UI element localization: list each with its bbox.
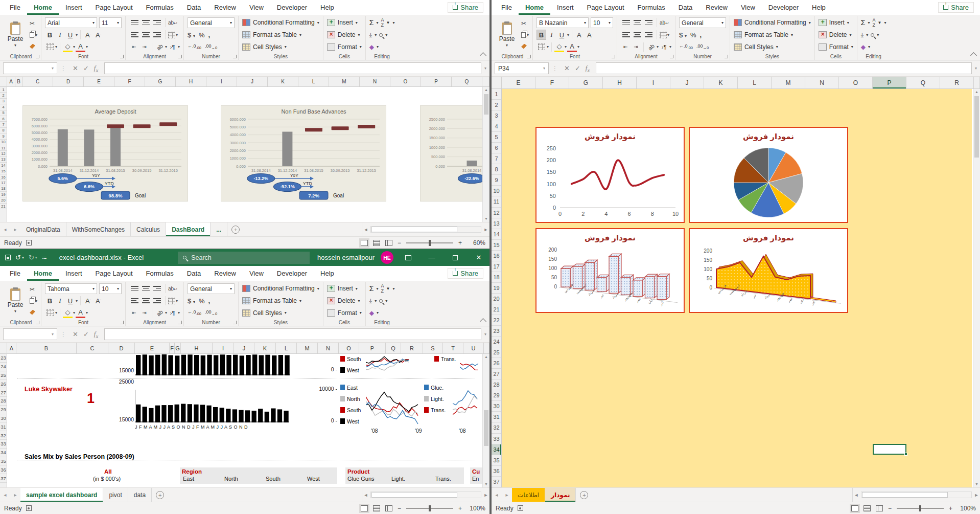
name-box[interactable]: ▾ — [3, 62, 57, 74]
row-header-24[interactable]: 24 — [492, 337, 501, 347]
fill-icon[interactable]: ⤓ — [369, 31, 372, 38]
row-header-27[interactable]: 27 — [492, 369, 501, 379]
row-header-14[interactable]: 14 — [0, 163, 7, 168]
scrollbar-thumb[interactable] — [484, 410, 488, 446]
ribbon-tab-developer[interactable]: Developer — [762, 0, 805, 15]
cell-styles-button[interactable]: Cell Styles ▾ — [242, 307, 319, 318]
cut-icon[interactable]: ✂ — [521, 18, 529, 28]
column-header-G[interactable]: G — [145, 77, 176, 86]
align-center-icon[interactable] — [142, 298, 150, 303]
format-painter-icon[interactable] — [30, 41, 37, 51]
column-header-J[interactable]: J — [670, 77, 704, 88]
zoom-slider[interactable] — [406, 508, 453, 509]
fill-icon[interactable]: ⤓ — [861, 31, 864, 38]
italic-button[interactable]: I — [55, 296, 65, 306]
share-button[interactable]: Share — [448, 2, 483, 13]
row-header-1[interactable]: 1 — [0, 87, 7, 93]
scroll-right-arrow[interactable]: ► — [482, 227, 489, 232]
align-right-icon[interactable] — [153, 32, 161, 37]
select-all-corner[interactable] — [492, 77, 502, 88]
ribbon-tab-file[interactable]: File — [495, 0, 519, 15]
column-header-K[interactable]: K — [704, 77, 738, 88]
decrease-decimal-icon[interactable]: .00→0 — [696, 43, 709, 50]
scroll-left-arrow[interactable]: ◄ — [362, 493, 369, 498]
column-header-K[interactable]: K — [254, 343, 276, 353]
row-header-14[interactable]: 14 — [492, 229, 501, 240]
comma-icon[interactable]: , — [208, 31, 210, 39]
ribbon-tab-review[interactable]: Review — [699, 0, 734, 15]
scroll-down-arrow[interactable]: ▼ — [973, 481, 980, 487]
percent-icon[interactable]: % — [690, 31, 696, 39]
align-left-icon[interactable] — [622, 32, 630, 37]
conditional-formatting-button[interactable]: Conditional Formatting ▾ — [734, 17, 811, 28]
fill-icon[interactable]: ⤓ — [369, 297, 372, 304]
column-header-B[interactable]: B — [16, 343, 77, 353]
column-header-I[interactable]: I — [213, 343, 234, 353]
row-header-30[interactable]: 30 — [492, 401, 501, 412]
scroll-up-arrow[interactable]: ▲ — [483, 87, 489, 93]
cut-icon[interactable]: ✂ — [30, 18, 37, 28]
row-header-3[interactable]: 3 — [0, 99, 7, 104]
column-header-D[interactable]: D — [53, 77, 84, 86]
zoom-in-icon[interactable]: + — [949, 505, 952, 512]
row-header-10[interactable]: 10 — [492, 186, 501, 196]
comma-icon[interactable]: , — [699, 31, 702, 39]
insert-function-icon[interactable]: fx — [94, 330, 98, 339]
row-header-30[interactable]: 30 — [0, 414, 7, 423]
row-header-31[interactable]: 31 — [492, 412, 501, 422]
font-size-select[interactable]: 10▾ — [591, 17, 613, 28]
find-select-icon[interactable] — [871, 33, 874, 37]
ribbon-tab-review[interactable]: Review — [207, 266, 243, 281]
row-header-6[interactable]: 6 — [0, 116, 7, 122]
column-header-J[interactable]: J — [237, 77, 268, 86]
row-header-28[interactable]: 28 — [0, 397, 7, 406]
column-header-P[interactable]: P — [873, 77, 906, 88]
collapse-ribbon-icon[interactable] — [480, 318, 486, 325]
sheet-tab-originaldata[interactable]: OriginalData — [20, 222, 66, 236]
column-header-H[interactable]: H — [603, 77, 637, 88]
copy-icon[interactable]: ▾ — [30, 30, 37, 40]
dialog-launcher-icon[interactable] — [725, 55, 728, 58]
zoom-out-icon[interactable]: − — [398, 239, 401, 247]
sheet-tab-calculus[interactable]: Calculus — [131, 222, 166, 236]
number-format-select[interactable]: General▾ — [679, 17, 726, 28]
row-header-3[interactable]: 3 — [492, 110, 501, 121]
sheet-nav-right-icon[interactable]: ▸ — [10, 222, 20, 236]
ribbon-display-options-icon[interactable] — [400, 249, 417, 266]
sheet-tab-dashboard[interactable]: DashBoard — [166, 222, 211, 236]
scroll-up-arrow[interactable]: ▲ — [973, 89, 980, 95]
font-size-select[interactable]: 10▾ — [99, 283, 122, 294]
ribbon-tab-home[interactable]: Home — [519, 0, 550, 15]
row-header-5[interactable]: 5 — [492, 132, 501, 143]
dashboard-chart-no-of-curr[interactable]: No of Curr2500.0002000.0001500.0001000.0… — [420, 105, 482, 202]
copy-icon[interactable]: ▾ — [30, 296, 37, 306]
paste-button[interactable]: Paste▾ — [496, 17, 518, 52]
column-header-N[interactable]: N — [318, 343, 339, 353]
ribbon-tab-file[interactable]: File — [3, 266, 27, 281]
align-top-icon[interactable] — [131, 20, 138, 25]
autosum-icon[interactable]: Σ — [369, 284, 374, 293]
comma-icon[interactable]: , — [208, 297, 210, 305]
column-header-F[interactable]: F — [114, 77, 145, 86]
vertical-scrollbar[interactable]: ▲▼ — [973, 89, 980, 487]
formula-input[interactable] — [104, 328, 481, 340]
scroll-track[interactable] — [370, 491, 481, 498]
increase-font-icon[interactable]: Aˆ — [83, 30, 93, 40]
column-header-F[interactable]: F — [170, 343, 175, 353]
sort-filter-icon[interactable]: AZ — [381, 17, 384, 28]
ribbon-tab-formulas[interactable]: Formulas — [139, 0, 180, 15]
align-top-icon[interactable] — [131, 286, 138, 291]
collapse-ribbon-icon[interactable] — [970, 52, 977, 59]
ribbon-tab-formulas[interactable]: Formulas — [631, 0, 672, 15]
clear-icon[interactable]: ◆ — [861, 43, 866, 51]
row-header-25[interactable]: 25 — [492, 347, 501, 358]
row-headers[interactable]: 123456789101112131415161718192021 — [0, 87, 7, 222]
ribbon-tab-view[interactable]: View — [243, 266, 270, 281]
sheet-nav-left-icon[interactable]: ◂ — [0, 222, 10, 236]
row-header-12[interactable]: 12 — [0, 151, 7, 157]
undo-icon[interactable]: ↺▾ — [15, 254, 24, 261]
row-header-33[interactable]: 33 — [0, 440, 7, 449]
ribbon-tab-home[interactable]: Home — [27, 0, 59, 15]
scroll-right-arrow[interactable]: ► — [973, 493, 980, 498]
column-header-H[interactable]: H — [176, 77, 206, 86]
